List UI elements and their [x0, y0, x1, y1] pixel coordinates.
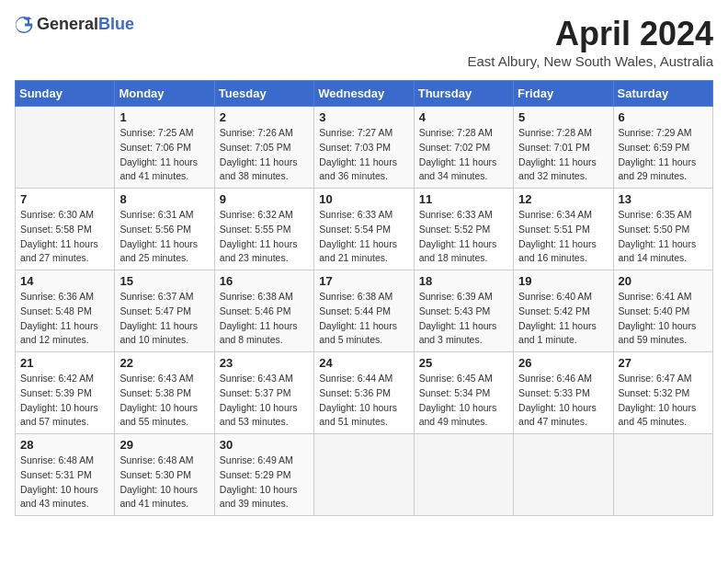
calendar-day-cell: 5Sunrise: 7:28 AMSunset: 7:01 PMDaylight… — [514, 107, 613, 189]
day-info: Sunrise: 6:43 AMSunset: 5:37 PMDaylight:… — [220, 372, 309, 430]
weekday-header-row: SundayMondayTuesdayWednesdayThursdayFrid… — [16, 81, 713, 107]
day-info: Sunrise: 6:44 AMSunset: 5:36 PMDaylight:… — [319, 372, 408, 430]
day-number: 28 — [20, 438, 109, 452]
day-info: Sunrise: 6:39 AMSunset: 5:43 PMDaylight:… — [419, 290, 508, 348]
day-info: Sunrise: 6:40 AMSunset: 5:42 PMDaylight:… — [518, 290, 608, 348]
day-number: 10 — [319, 192, 408, 206]
day-info: Sunrise: 6:48 AMSunset: 5:30 PMDaylight:… — [119, 454, 209, 511]
day-info: Sunrise: 7:29 AMSunset: 6:59 PMDaylight:… — [619, 126, 708, 184]
logo-blue-text: Blue — [98, 15, 134, 33]
day-number: 30 — [220, 438, 309, 452]
day-number: 14 — [20, 274, 109, 288]
calendar-week-row: 28Sunrise: 6:48 AMSunset: 5:31 PMDayligh… — [16, 434, 713, 516]
logo-general-text: General — [37, 15, 98, 33]
calendar-day-cell: 15Sunrise: 6:37 AMSunset: 5:47 PMDayligh… — [115, 270, 214, 352]
calendar-week-row: 21Sunrise: 6:42 AMSunset: 5:39 PMDayligh… — [16, 352, 713, 434]
day-info: Sunrise: 6:38 AMSunset: 5:46 PMDaylight:… — [220, 290, 309, 348]
day-number: 23 — [220, 356, 309, 370]
calendar-day-cell: 26Sunrise: 6:46 AMSunset: 5:33 PMDayligh… — [514, 352, 613, 434]
day-number: 19 — [518, 274, 608, 288]
month-title: April 2024 — [467, 15, 713, 53]
day-info: Sunrise: 6:43 AMSunset: 5:38 PMDaylight:… — [119, 372, 209, 430]
calendar-day-cell: 25Sunrise: 6:45 AMSunset: 5:34 PMDayligh… — [414, 352, 513, 434]
day-info: Sunrise: 6:36 AMSunset: 5:48 PMDaylight:… — [20, 290, 109, 348]
day-number: 6 — [619, 110, 708, 124]
day-number: 16 — [220, 274, 309, 288]
calendar-week-row: 7Sunrise: 6:30 AMSunset: 5:58 PMDaylight… — [16, 189, 713, 270]
day-info: Sunrise: 7:27 AMSunset: 7:03 PMDaylight:… — [319, 126, 408, 184]
calendar-day-cell: 29Sunrise: 6:48 AMSunset: 5:30 PMDayligh… — [115, 434, 214, 516]
day-info: Sunrise: 6:49 AMSunset: 5:29 PMDaylight:… — [220, 454, 309, 511]
calendar-day-cell: 28Sunrise: 6:48 AMSunset: 5:31 PMDayligh… — [16, 434, 115, 516]
calendar-day-cell: 23Sunrise: 6:43 AMSunset: 5:37 PMDayligh… — [214, 352, 313, 434]
calendar-week-row: 1Sunrise: 7:25 AMSunset: 7:06 PMDaylight… — [16, 107, 713, 189]
calendar-day-cell: 1Sunrise: 7:25 AMSunset: 7:06 PMDaylight… — [115, 107, 214, 189]
calendar-day-cell: 14Sunrise: 6:36 AMSunset: 5:48 PMDayligh… — [16, 270, 115, 352]
day-info: Sunrise: 6:41 AMSunset: 5:40 PMDaylight:… — [619, 290, 708, 348]
calendar-day-cell — [613, 434, 712, 516]
calendar-day-cell: 16Sunrise: 6:38 AMSunset: 5:46 PMDayligh… — [214, 270, 313, 352]
calendar-day-cell: 9Sunrise: 6:32 AMSunset: 5:55 PMDaylight… — [214, 189, 313, 270]
calendar-day-cell: 12Sunrise: 6:34 AMSunset: 5:51 PMDayligh… — [514, 189, 613, 270]
day-number: 18 — [419, 274, 508, 288]
day-info: Sunrise: 6:48 AMSunset: 5:31 PMDaylight:… — [20, 454, 109, 511]
day-info: Sunrise: 6:33 AMSunset: 5:52 PMDaylight:… — [419, 208, 508, 266]
calendar-day-cell — [314, 434, 414, 516]
calendar-day-cell: 24Sunrise: 6:44 AMSunset: 5:36 PMDayligh… — [314, 352, 414, 434]
calendar-day-cell: 4Sunrise: 7:28 AMSunset: 7:02 PMDaylight… — [414, 107, 513, 189]
weekday-header-cell: Saturday — [613, 81, 712, 107]
day-number: 1 — [119, 110, 209, 124]
weekday-header-cell: Wednesday — [314, 81, 414, 107]
calendar-day-cell: 22Sunrise: 6:43 AMSunset: 5:38 PMDayligh… — [115, 352, 214, 434]
day-number: 17 — [319, 274, 408, 288]
day-info: Sunrise: 7:25 AMSunset: 7:06 PMDaylight:… — [119, 126, 209, 184]
day-number: 20 — [619, 274, 708, 288]
calendar-day-cell: 21Sunrise: 6:42 AMSunset: 5:39 PMDayligh… — [16, 352, 115, 434]
header: GeneralBlue April 2024 East Albury, New … — [15, 15, 713, 69]
weekday-header-cell: Thursday — [414, 81, 513, 107]
calendar-day-cell: 27Sunrise: 6:47 AMSunset: 5:32 PMDayligh… — [613, 352, 712, 434]
day-info: Sunrise: 6:46 AMSunset: 5:33 PMDaylight:… — [518, 372, 608, 430]
day-number: 26 — [518, 356, 608, 370]
calendar-day-cell — [16, 107, 115, 189]
calendar-day-cell: 20Sunrise: 6:41 AMSunset: 5:40 PMDayligh… — [613, 270, 712, 352]
calendar-day-cell: 8Sunrise: 6:31 AMSunset: 5:56 PMDaylight… — [115, 189, 214, 270]
day-info: Sunrise: 6:47 AMSunset: 5:32 PMDaylight:… — [619, 372, 708, 430]
day-number: 4 — [419, 110, 508, 124]
calendar-day-cell — [514, 434, 613, 516]
day-info: Sunrise: 6:37 AMSunset: 5:47 PMDaylight:… — [119, 290, 209, 348]
location-title: East Albury, New South Wales, Australia — [467, 53, 713, 69]
calendar-day-cell: 2Sunrise: 7:26 AMSunset: 7:05 PMDaylight… — [214, 107, 313, 189]
day-info: Sunrise: 6:32 AMSunset: 5:55 PMDaylight:… — [220, 208, 309, 266]
calendar-day-cell — [414, 434, 513, 516]
day-info: Sunrise: 7:28 AMSunset: 7:02 PMDaylight:… — [419, 126, 508, 184]
day-number: 5 — [518, 110, 608, 124]
day-number: 24 — [319, 356, 408, 370]
day-info: Sunrise: 6:31 AMSunset: 5:56 PMDaylight:… — [119, 208, 209, 266]
day-info: Sunrise: 6:45 AMSunset: 5:34 PMDaylight:… — [419, 372, 508, 430]
calendar-week-row: 14Sunrise: 6:36 AMSunset: 5:48 PMDayligh… — [16, 270, 713, 352]
calendar-day-cell: 6Sunrise: 7:29 AMSunset: 6:59 PMDaylight… — [613, 107, 712, 189]
day-number: 8 — [119, 192, 209, 206]
day-info: Sunrise: 6:30 AMSunset: 5:58 PMDaylight:… — [20, 208, 109, 266]
weekday-header-cell: Friday — [514, 81, 613, 107]
day-number: 2 — [220, 110, 309, 124]
weekday-header-cell: Tuesday — [214, 81, 313, 107]
weekday-header-cell: Monday — [115, 81, 214, 107]
day-number: 3 — [319, 110, 408, 124]
day-number: 7 — [20, 192, 109, 206]
logo-icon — [15, 16, 33, 34]
calendar-day-cell: 10Sunrise: 6:33 AMSunset: 5:54 PMDayligh… — [314, 189, 414, 270]
day-number: 15 — [119, 274, 209, 288]
day-info: Sunrise: 6:38 AMSunset: 5:44 PMDaylight:… — [319, 290, 408, 348]
day-number: 13 — [619, 192, 708, 206]
day-info: Sunrise: 6:33 AMSunset: 5:54 PMDaylight:… — [319, 208, 408, 266]
day-number: 25 — [419, 356, 508, 370]
calendar-day-cell: 7Sunrise: 6:30 AMSunset: 5:58 PMDaylight… — [16, 189, 115, 270]
day-info: Sunrise: 6:42 AMSunset: 5:39 PMDaylight:… — [20, 372, 109, 430]
calendar-body: 1Sunrise: 7:25 AMSunset: 7:06 PMDaylight… — [16, 107, 713, 516]
day-number: 29 — [119, 438, 209, 452]
day-number: 9 — [220, 192, 309, 206]
logo: GeneralBlue — [15, 15, 134, 34]
calendar-table: SundayMondayTuesdayWednesdayThursdayFrid… — [15, 80, 713, 516]
